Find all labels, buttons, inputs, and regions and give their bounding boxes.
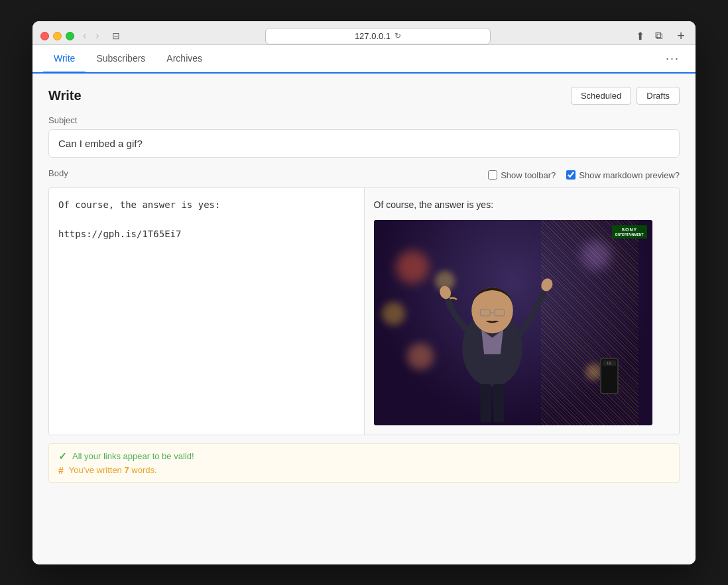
svg-rect-7 [480,384,491,423]
browser-window: ‹ › ⊟ 127.0.0.1 ↻ ⬆ ⧉ + Write Subscriber… [32,21,696,564]
page-title: Write [48,88,82,103]
subject-input[interactable] [48,129,680,158]
phone-device: LG [600,358,619,394]
links-valid-line: ✓ All your links appear to be valid! [58,451,670,462]
minimize-button[interactable] [53,32,62,40]
address-bar[interactable]: 127.0.0.1 ↻ [265,28,491,44]
app-nav: Write Subscribers Archives ··· [32,45,696,74]
svg-rect-8 [493,384,504,423]
status-bar: ✓ All your links appear to be valid! # Y… [48,443,680,483]
tab-archives[interactable]: Archives [156,45,213,74]
markdown-preview: Of course, the answer is yes: [365,188,680,435]
word-count-line: # You've written 7 words. [58,465,670,476]
address-bar-wrap: 127.0.0.1 ↻ [129,28,627,44]
person-silhouette [416,250,569,425]
check-icon: ✓ [58,451,67,462]
reload-icon[interactable]: ↻ [394,31,401,40]
nav-buttons: ‹ › [80,29,103,42]
show-toolbar-checkbox[interactable] [488,170,497,180]
nav-more-button[interactable]: ··· [660,49,685,68]
svg-point-6 [539,277,554,293]
show-markdown-checkbox[interactable] [566,170,576,180]
preview-text: Of course, the answer is yes: [374,197,670,212]
gif-scene: LG SONY ENTERTAINMENT [374,220,652,425]
bokeh-2 [382,302,405,325]
main-content: Write Scheduled Drafts Subject Body Show… [32,74,696,564]
forward-button[interactable]: › [92,29,102,42]
hash-icon: # [58,465,64,476]
browser-actions: ⬆ ⧉ [632,28,666,44]
show-markdown-label[interactable]: Show markdown preview? [566,170,680,180]
traffic-lights [40,32,74,40]
close-button[interactable] [40,32,49,40]
nav-tabs: Write Subscribers Archives [43,45,213,72]
scheduled-button[interactable]: Scheduled [571,87,631,105]
new-tab-button[interactable]: + [674,28,688,44]
editor-container: Of course, the answer is yes: https://gp… [48,187,680,435]
tab-subscribers[interactable]: Subscribers [86,45,156,74]
header-actions: Scheduled Drafts [571,87,680,105]
tab-write[interactable]: Write [43,45,86,74]
body-options: Show toolbar? Show markdown preview? [488,170,680,180]
body-header: Body Show toolbar? Show markdown preview… [48,168,680,182]
drafts-button[interactable]: Drafts [637,87,680,105]
browser-chrome: ‹ › ⊟ 127.0.0.1 ↻ ⬆ ⧉ + [32,21,696,45]
sidebar-toggle-button[interactable]: ⊟ [108,29,124,42]
body-editor[interactable]: Of course, the answer is yes: https://gp… [49,188,365,435]
maximize-button[interactable] [66,32,74,40]
share-button[interactable]: ⬆ [632,28,648,44]
windows-button[interactable]: ⧉ [651,28,666,43]
back-button[interactable]: ‹ [80,29,90,42]
write-header: Write Scheduled Drafts [48,87,680,105]
links-valid-text: All your links appear to be valid! [72,451,194,461]
word-count-text: You've written 7 words. [69,465,157,475]
sony-logo: SONY ENTERTAINMENT [612,225,646,239]
subject-label: Subject [48,115,680,125]
show-toolbar-label[interactable]: Show toolbar? [488,170,556,180]
body-section: Body Show toolbar? Show markdown preview… [48,168,680,435]
browser-titlebar: ‹ › ⊟ 127.0.0.1 ↻ ⬆ ⧉ + [40,28,688,44]
preview-gif-image: LG SONY ENTERTAINMENT [374,220,652,425]
body-label: Body [48,168,68,178]
url-text: 127.0.0.1 [355,31,391,41]
